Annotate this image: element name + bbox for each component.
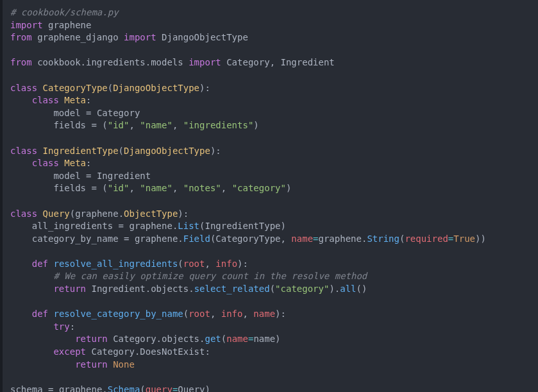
attr-name: fields xyxy=(53,183,86,193)
punct: ) xyxy=(205,384,210,392)
keyword-return: return xyxy=(75,359,108,370)
class-name: Meta xyxy=(64,95,86,105)
method-call: get xyxy=(205,334,221,344)
module-ref: graphene xyxy=(135,234,178,244)
base-class: ObjectType xyxy=(124,209,178,219)
imported-name: Category xyxy=(226,57,269,67)
param-name: info xyxy=(221,309,243,319)
identifier: Query xyxy=(178,384,205,392)
punct: . xyxy=(199,334,205,344)
module-ref: graphene xyxy=(319,234,362,244)
punct: = xyxy=(43,384,59,392)
kwarg-name: name xyxy=(226,334,248,344)
punct: ): xyxy=(210,146,221,156)
comment-line: # cookbook/schema.py xyxy=(10,7,119,17)
punct: ( xyxy=(102,183,107,193)
punct: ): xyxy=(199,83,210,93)
punct: () xyxy=(357,284,367,294)
base-class: DjangoObjectType xyxy=(113,83,199,93)
class-name: CategoryType xyxy=(43,83,108,93)
function-call: String xyxy=(367,234,399,244)
attr-name: model xyxy=(53,108,80,118)
kwarg-name: name xyxy=(291,234,313,244)
module-name: graphene_django xyxy=(37,32,118,42)
param-name: info xyxy=(215,259,237,269)
module-name: cookbook.ingredients.models xyxy=(37,57,183,67)
param-name: root xyxy=(189,309,210,319)
punct: : xyxy=(205,346,210,357)
string-literal: "name" xyxy=(140,183,172,193)
keyword-import: import xyxy=(124,32,156,42)
kwarg-name: required xyxy=(405,234,448,244)
module-ref: graphene xyxy=(75,209,118,219)
identifier: Category xyxy=(91,346,134,357)
punct: . xyxy=(146,284,151,294)
keyword-class: class xyxy=(10,209,37,219)
attr-name: all_ingredients xyxy=(32,221,113,231)
punct: : xyxy=(86,158,91,168)
param-name: name xyxy=(253,309,275,319)
imported-name: Ingredient xyxy=(281,57,335,67)
punct: . xyxy=(102,384,107,392)
string-literal: "name" xyxy=(140,120,172,130)
code-block: # cookbook/schema.py import graphene fro… xyxy=(0,0,538,392)
type-arg: IngredientType xyxy=(205,221,280,231)
constant: None xyxy=(113,359,135,370)
attr-name: model xyxy=(53,171,80,181)
string-literal: "category" xyxy=(232,183,286,193)
punct: . xyxy=(119,209,124,219)
punct: = xyxy=(113,221,129,231)
string-literal: "notes" xyxy=(183,183,221,193)
identifier: objects xyxy=(151,284,189,294)
punct: . xyxy=(178,234,183,244)
keyword-try: try xyxy=(53,321,69,332)
punct: ) xyxy=(253,120,258,130)
punct: ( xyxy=(140,384,145,392)
punct: ) xyxy=(286,183,291,193)
punct: = xyxy=(86,183,102,193)
keyword-import: import xyxy=(189,57,221,67)
punct: ): xyxy=(237,259,248,269)
class-name: IngredientType xyxy=(43,146,119,156)
punct: ( xyxy=(102,120,107,130)
punct: , xyxy=(221,183,232,193)
keyword-class: class xyxy=(10,83,37,93)
function-call: List xyxy=(178,221,199,231)
string-literal: "ingredients" xyxy=(183,120,254,130)
attr-value: Ingredient xyxy=(97,171,151,181)
module-ref: graphene xyxy=(129,221,172,231)
punct: : xyxy=(70,321,75,332)
punct: ) xyxy=(281,221,286,231)
punct: ) xyxy=(275,334,280,344)
module-name: graphene xyxy=(48,20,91,30)
punct: ( xyxy=(108,83,113,93)
keyword-from: from xyxy=(10,32,32,42)
punct: , xyxy=(172,120,183,130)
function-name: resolve_category_by_name xyxy=(53,309,183,319)
function-call: Field xyxy=(183,234,210,244)
method-call: all xyxy=(340,284,356,294)
keyword-class: class xyxy=(10,146,37,156)
keyword-except: except xyxy=(53,346,86,357)
keyword-class: class xyxy=(32,95,59,105)
punct: , xyxy=(172,183,183,193)
punct: ): xyxy=(178,209,189,219)
punct: , xyxy=(210,309,221,319)
punct: , xyxy=(129,183,140,193)
punct: . xyxy=(156,334,162,344)
attr-name: fields xyxy=(53,120,86,130)
punct: ( xyxy=(178,259,183,269)
class-name: Meta xyxy=(64,158,86,168)
punct: ( xyxy=(221,334,226,344)
punct: )) xyxy=(475,234,486,244)
keyword-def: def xyxy=(32,309,48,319)
class-name: Query xyxy=(43,209,70,219)
param-name: root xyxy=(183,259,205,269)
identifier: name xyxy=(253,334,275,344)
keyword-from: from xyxy=(10,57,32,67)
base-class: DjangoObjectType xyxy=(124,146,210,156)
punct: , xyxy=(205,259,215,269)
identifier: Ingredient xyxy=(91,284,145,294)
punct: ): xyxy=(275,309,286,319)
type-arg: CategoryType xyxy=(215,234,280,244)
